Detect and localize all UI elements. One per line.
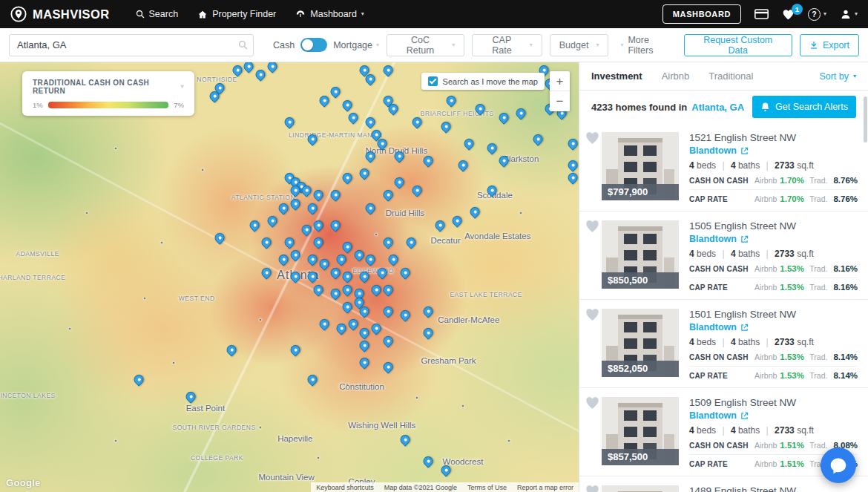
help-menu[interactable]: ? ▾ — [808, 8, 826, 21]
search-as-move-control[interactable]: Search as I move the map — [421, 73, 545, 90]
map-pin[interactable] — [364, 252, 377, 266]
neighborhood-link[interactable]: Blandtown — [689, 234, 858, 244]
map-pin[interactable] — [132, 373, 145, 387]
export-button[interactable]: Export — [800, 34, 859, 56]
map-pin[interactable] — [260, 266, 273, 279]
map-pin[interactable] — [341, 240, 354, 253]
map-pin[interactable] — [318, 94, 331, 107]
report-map-error-link[interactable]: Report a map error — [512, 484, 579, 491]
billing-icon[interactable] — [754, 9, 769, 19]
results-location-link[interactable]: Atlanta, GA — [691, 102, 744, 113]
request-custom-data-button[interactable]: Request Custom Data — [684, 34, 792, 56]
map-pin[interactable] — [248, 218, 261, 232]
map-pin[interactable] — [242, 62, 255, 73]
neighborhood-link[interactable]: Blandtown — [689, 322, 858, 332]
map-pin[interactable] — [381, 334, 394, 347]
map-pin[interactable] — [346, 111, 360, 124]
map-pin[interactable] — [531, 132, 545, 145]
map-pin[interactable] — [329, 287, 342, 301]
map-pin[interactable] — [364, 201, 377, 214]
map-pin[interactable] — [364, 115, 377, 128]
tab-investment[interactable]: Investment — [591, 70, 642, 82]
coc-return-filter[interactable]: CoC Return ▾ — [387, 34, 464, 56]
map-pin[interactable] — [335, 321, 348, 335]
map-pin[interactable] — [312, 235, 325, 249]
map-pin[interactable] — [329, 266, 342, 279]
map-pin[interactable] — [566, 171, 579, 184]
map-pin[interactable] — [398, 433, 412, 447]
map[interactable]: TRADITIONAL CASH ON CASH RETURN ▾ 1% 7% … — [0, 62, 579, 492]
favorite-heart-icon[interactable] — [585, 307, 600, 321]
get-search-alerts-button[interactable]: Get Search Alerts — [752, 96, 856, 118]
more-filters-button[interactable]: ▾ More Filters — [620, 35, 676, 56]
map-pin[interactable] — [306, 252, 319, 266]
map-pin[interactable] — [421, 455, 435, 468]
map-pin[interactable] — [277, 201, 290, 214]
map-pin[interactable] — [358, 167, 371, 180]
map-pin[interactable] — [450, 214, 464, 227]
map-pin[interactable] — [398, 309, 412, 322]
map-pin[interactable] — [514, 107, 527, 120]
map-pin[interactable] — [381, 235, 394, 249]
zoom-out-button[interactable]: − — [550, 91, 570, 111]
map-pin[interactable] — [381, 64, 394, 77]
map-pin[interactable] — [289, 343, 302, 356]
property-photo[interactable]: $797,900 — [602, 132, 679, 200]
nav-property-finder[interactable]: Property Finder — [188, 0, 286, 28]
map-pin[interactable] — [358, 326, 371, 339]
listing-card[interactable]: $852,050 1501 English Street NW Blandtow… — [579, 300, 868, 388]
neighborhood-link[interactable]: Blandtown — [689, 145, 858, 156]
map-pin[interactable] — [438, 119, 452, 133]
zoom-in-button[interactable]: + — [550, 71, 570, 91]
map-pin[interactable] — [318, 257, 331, 270]
map-pin[interactable] — [225, 343, 238, 356]
property-photo[interactable]: $850,500 — [602, 220, 679, 289]
map-pin[interactable] — [306, 201, 319, 214]
map-pin[interactable] — [381, 283, 394, 296]
favorite-heart-icon[interactable] — [585, 219, 600, 233]
map-pin[interactable] — [398, 266, 412, 279]
map-pin[interactable] — [318, 317, 331, 330]
nav-mashboard[interactable]: Mashboard ▾ — [286, 0, 374, 28]
map-pin[interactable] — [387, 252, 400, 266]
map-pin[interactable] — [341, 300, 354, 313]
favorite-heart-icon[interactable] — [585, 484, 600, 492]
legend-dropdown[interactable]: TRADITIONAL CASH ON CASH RETURN ▾ — [33, 79, 184, 95]
map-pin[interactable] — [329, 218, 342, 232]
map-pin[interactable] — [329, 85, 342, 99]
keyboard-shortcuts-link[interactable]: Keyboard shortcuts — [311, 484, 379, 491]
map-pin[interactable] — [254, 68, 267, 81]
map-pin[interactable] — [283, 235, 296, 249]
scrollbar[interactable] — [864, 96, 867, 142]
map-pin[interactable] — [341, 171, 354, 184]
map-pin[interactable] — [184, 390, 197, 404]
listing-card[interactable]: $850,500 1505 English Street NW Blandtow… — [579, 211, 868, 300]
map-pin[interactable] — [358, 355, 371, 369]
listing-card[interactable]: $797,900 1521 English Street NW Blandtow… — [579, 123, 868, 211]
map-pin[interactable] — [566, 137, 579, 150]
map-pin[interactable] — [329, 188, 342, 202]
map-pin[interactable] — [358, 338, 371, 352]
map-pin[interactable] — [421, 326, 435, 339]
mashboard-button[interactable]: MASHBOARD — [662, 4, 741, 24]
map-pin[interactable] — [312, 188, 325, 202]
map-pin[interactable] — [381, 304, 394, 318]
search-icon[interactable] — [238, 40, 248, 50]
map-pin[interactable] — [410, 184, 423, 197]
listing-address[interactable]: 1505 English Street NW — [689, 220, 858, 232]
map-pin[interactable] — [283, 115, 296, 128]
listing-card[interactable]: 1489 English Street NW Blandtown 4 beds … — [579, 476, 868, 492]
map-pin[interactable] — [381, 360, 394, 373]
favorite-heart-icon[interactable] — [585, 396, 600, 410]
user-menu[interactable]: ▾ — [840, 8, 858, 20]
tab-airbnb[interactable]: Airbnb — [662, 70, 690, 82]
sort-by-dropdown[interactable]: Sort by ▾ — [819, 71, 856, 82]
map-pin[interactable] — [444, 94, 458, 107]
mortgage-dropdown[interactable]: Mortgage ▾ — [333, 40, 379, 50]
map-pin[interactable] — [260, 235, 273, 249]
map-pin[interactable] — [352, 249, 365, 262]
map-pin[interactable] — [381, 188, 394, 202]
listing-address[interactable]: 1501 English Street NW — [689, 309, 858, 320]
listing-address[interactable]: 1489 English Street NW — [689, 485, 858, 492]
map-pin[interactable] — [300, 223, 313, 236]
